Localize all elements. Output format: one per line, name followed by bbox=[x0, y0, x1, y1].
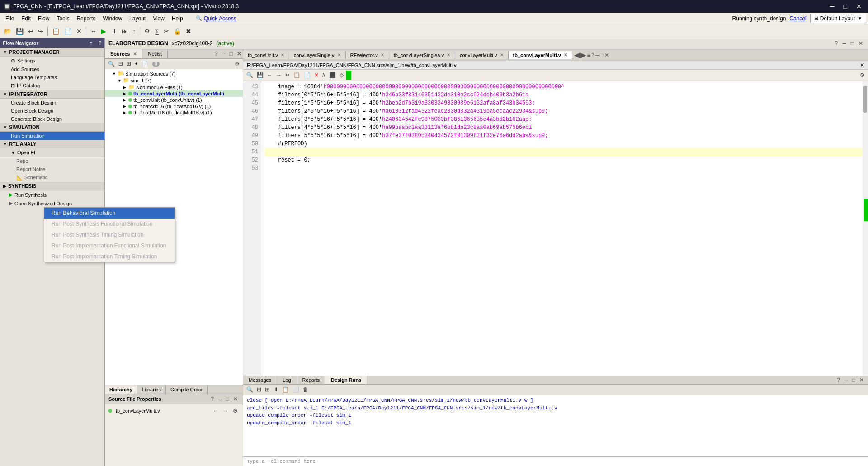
code-template-button[interactable]: ◇ bbox=[338, 71, 345, 79]
settings-button[interactable]: ⚙ bbox=[142, 27, 152, 36]
sources-settings-button[interactable]: ⚙ bbox=[233, 60, 241, 68]
flow-nav-icon-3[interactable]: ? bbox=[99, 40, 102, 46]
editor-tabs-help[interactable]: ? bbox=[591, 52, 594, 58]
editor-tab-tb-convlayersinglea-close[interactable]: ✕ bbox=[447, 52, 450, 57]
code-copy-button[interactable]: 📋 bbox=[292, 71, 302, 79]
run-button[interactable]: ▶ bbox=[99, 27, 108, 36]
tree-tb-floatmult16[interactable]: ▶ tb_floatMult16 (tb_floatMult16.v) (1) bbox=[105, 109, 243, 116]
menu-flow[interactable]: Flow bbox=[34, 14, 53, 23]
sources-expand-button[interactable]: ⊞ bbox=[125, 60, 132, 68]
editor-tabs-min[interactable]: ─ bbox=[595, 52, 599, 58]
pause-button[interactable]: ⏸ bbox=[109, 27, 119, 36]
console-help[interactable]: ? bbox=[836, 376, 842, 384]
editor-tabs-max[interactable]: □ bbox=[600, 52, 603, 58]
sources-add-button[interactable]: + bbox=[133, 60, 139, 68]
delete-button[interactable]: ✕ bbox=[75, 27, 84, 36]
nav-item-open-block-design[interactable]: Open Block Design bbox=[0, 107, 104, 115]
src-props-close[interactable]: ✕ bbox=[232, 395, 239, 403]
console-pause-button[interactable]: ⏸ bbox=[272, 385, 280, 394]
lock-button[interactable]: 🔒 bbox=[172, 27, 183, 36]
code-forward-button[interactable]: → bbox=[275, 71, 283, 79]
nav-item-ip-catalog[interactable]: ⊞IP Catalog bbox=[0, 81, 104, 90]
nav-item-settings[interactable]: ⚙Settings bbox=[0, 57, 104, 65]
nav-item-report-methodology[interactable]: Repo bbox=[0, 157, 104, 165]
editor-tabs-nav-next[interactable]: ▶ bbox=[580, 51, 586, 59]
console-search-button[interactable]: 🔍 bbox=[245, 385, 255, 394]
tab-sources[interactable]: Sources ✕ bbox=[105, 49, 142, 58]
code-content[interactable]: image = 16384'h0000000000000000000000000… bbox=[261, 81, 868, 376]
tcl-input[interactable]: Type a Tcl command here bbox=[243, 456, 868, 466]
section-synthesis-header[interactable]: ▶ SYNTHESIS bbox=[0, 182, 104, 190]
console-close[interactable]: ✕ bbox=[858, 376, 865, 384]
code-comment-button[interactable]: // bbox=[321, 71, 327, 79]
sources-minimize-button[interactable]: ─ bbox=[220, 49, 227, 58]
console-collapse-button[interactable]: ⊟ bbox=[255, 385, 263, 394]
close-button[interactable]: ✕ bbox=[854, 2, 864, 11]
console-tab-design-runs[interactable]: Design Runs bbox=[326, 376, 367, 384]
code-scrollbar[interactable] bbox=[863, 81, 868, 376]
elaborated-maximize-button[interactable]: □ bbox=[849, 40, 855, 47]
menu-window[interactable]: Window bbox=[99, 14, 126, 23]
sum-button[interactable]: ∑ bbox=[153, 27, 161, 36]
nav-open-elaborated-header[interactable]: ▼ Open El bbox=[0, 148, 104, 157]
nav-item-open-synthesized-design[interactable]: ▶ Open Synthesized Design bbox=[0, 199, 104, 208]
nav-item-create-block-design[interactable]: Create Block Design bbox=[0, 99, 104, 107]
editor-tab-rfselector-close[interactable]: ✕ bbox=[381, 52, 384, 57]
elaborated-close-button[interactable]: ✕ bbox=[857, 40, 864, 47]
code-delete-button[interactable]: ✕ bbox=[313, 71, 320, 79]
sources-close-button[interactable]: ✕ bbox=[236, 49, 243, 58]
nav-item-schematic[interactable]: 📐Schematic bbox=[0, 173, 104, 182]
nav-item-run-synthesis[interactable]: ▶ Run Synthesis bbox=[0, 190, 104, 199]
code-paste-button[interactable]: 📄 bbox=[302, 71, 312, 79]
minimize-button[interactable]: ─ bbox=[827, 2, 837, 11]
editor-tab-convlayersingle-close[interactable]: ✕ bbox=[337, 52, 341, 57]
tree-tb-convunit[interactable]: ▶ tb_convUnit (tb_convUnit.v) (1) bbox=[105, 97, 243, 103]
menu-file[interactable]: File bbox=[2, 14, 18, 23]
code-scrollbar-thumb[interactable] bbox=[863, 86, 867, 113]
nav-item-generate-block-design[interactable]: Generate Block Design bbox=[0, 115, 104, 123]
hier-tab-compile-order[interactable]: Compile Order bbox=[166, 385, 208, 394]
redo-button[interactable]: ↪ bbox=[36, 27, 45, 36]
console-tab-messages[interactable]: Messages bbox=[243, 376, 277, 384]
sources-collapse-button[interactable]: ⊟ bbox=[117, 60, 124, 68]
code-indent-button[interactable]: ⬛ bbox=[328, 71, 337, 79]
console-clear-button[interactable]: 🗑 bbox=[302, 385, 310, 394]
undo-button[interactable]: ↩ bbox=[26, 27, 35, 36]
tree-sim-1[interactable]: ▼ 📁 sim_1 (7) bbox=[105, 77, 243, 84]
console-expand-button[interactable]: ⊞ bbox=[264, 385, 271, 394]
menu-view[interactable]: View bbox=[149, 14, 168, 23]
flow-nav-icon-2[interactable]: − bbox=[94, 40, 97, 46]
tree-tb-convlayer-multi[interactable]: ▶ tb_convLayerMulti (tb_convLayerMulti bbox=[105, 90, 243, 97]
elaborated-minimize-button[interactable]: ─ bbox=[841, 40, 848, 47]
refresh-button[interactable]: ↔ bbox=[89, 27, 99, 36]
quick-access-label[interactable]: Quick Access bbox=[204, 15, 236, 22]
editor-tab-convlayermulti-close[interactable]: ✕ bbox=[500, 52, 504, 57]
tree-tb-floatadd16[interactable]: ▶ tb_floatAdd16 (tb_floatAdd16.v) (1) bbox=[105, 103, 243, 109]
save-button[interactable]: 💾 bbox=[14, 27, 25, 36]
editor-tab-tb-convlayersinglea[interactable]: tb_convLayerSinglea.v ✕ bbox=[389, 51, 455, 59]
hier-tab-libraries[interactable]: Libraries bbox=[137, 385, 166, 394]
code-save-button[interactable]: 💾 bbox=[255, 71, 265, 79]
menu-reports[interactable]: Reports bbox=[73, 14, 99, 23]
section-rtl-analysis-header[interactable]: ▼ RTL ANALY bbox=[0, 140, 104, 148]
src-props-min[interactable]: ─ bbox=[217, 395, 223, 403]
editor-tab-tb-convunit-close[interactable]: ✕ bbox=[281, 52, 284, 57]
console-copy-button[interactable]: 📋 bbox=[281, 385, 290, 394]
flow-nav-icon-1[interactable]: ≡ bbox=[89, 40, 92, 46]
tree-non-module[interactable]: ▶ 📁 Non-module Files (1) bbox=[105, 84, 243, 90]
cut-button[interactable]: ✂ bbox=[162, 27, 171, 36]
editor-tabs-close[interactable]: ✕ bbox=[604, 52, 609, 58]
console-tab-log[interactable]: Log bbox=[277, 376, 297, 384]
tree-sim-sources[interactable]: ▼ 📁 Simulation Sources (7) bbox=[105, 70, 243, 77]
nav-item-run-simulation[interactable]: Run Simulation bbox=[0, 132, 104, 140]
section-ip-integrator-header[interactable]: ▼ IP INTEGRATOR bbox=[0, 90, 104, 99]
editor-tab-convlayermulti[interactable]: convLayerMulti.v ✕ bbox=[455, 51, 509, 59]
paste-button[interactable]: 📄 bbox=[62, 27, 74, 36]
console-max[interactable]: □ bbox=[851, 376, 857, 384]
layout-dropdown-arrow[interactable]: ▼ bbox=[858, 16, 862, 21]
editor-path-close[interactable]: ✕ bbox=[860, 62, 864, 68]
section-project-manager-header[interactable]: ▼ PROJECT MANAGER bbox=[0, 48, 104, 57]
nav-item-report-noise[interactable]: Report Noise bbox=[0, 165, 104, 173]
src-props-gear[interactable]: ⚙ bbox=[231, 407, 239, 414]
src-props-help[interactable]: ? bbox=[210, 395, 216, 403]
